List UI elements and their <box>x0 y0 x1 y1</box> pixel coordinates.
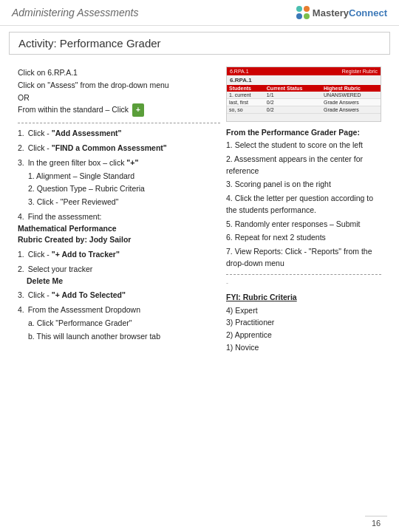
fyi-title: FYI: Rubric Criteria <box>226 293 381 301</box>
header: Administering Assessments MasteryConnect <box>0 0 399 26</box>
intro-line4: From within the standard – Click + <box>18 103 220 117</box>
table-cell: so, so <box>227 106 265 114</box>
logo-icon <box>296 6 310 19</box>
table-cell: 0/2 <box>265 99 321 106</box>
logo-dot-br <box>304 13 310 19</box>
list-item: 2. Select your tracker Delete Me <box>18 264 220 287</box>
list-item: b. This will launch another browser tab <box>28 331 220 343</box>
list-item: 3. Click - "Peer Reviewed" <box>28 197 220 208</box>
list-item: 3) Practitioner <box>226 316 381 329</box>
left-steps-list: 1. Click - "Add Assessment" 2. Click - "… <box>18 128 220 342</box>
logo-connect: Connect <box>349 7 387 18</box>
thumb-label: 6.RPA.1 <box>227 75 381 85</box>
table-row: so, so0/2Grade Answers <box>227 106 381 114</box>
table-cell: UNANSWERED <box>321 92 381 99</box>
screenshot-thumbnail: 6.RPA.1 Register Rubric 6.RPA.1 Students… <box>226 66 381 122</box>
right-steps-list: 1. Select the student to score on the le… <box>226 140 381 270</box>
list-item: a. Click "Performance Grader" <box>28 318 220 330</box>
activity-title: Activity: Performance Grader <box>18 37 161 50</box>
logo-dot-tl <box>296 6 302 12</box>
list-item: 1. Click - "+ Add to Tracker" <box>18 249 220 261</box>
list-item: 3. Scoring panel is on the right <box>226 179 381 191</box>
table-cell: Grade Answers <box>321 99 381 106</box>
list-item: 3. In the green filter box – click "+" 1… <box>18 157 220 208</box>
fyi-section: FYI: Rubric Criteria 4) Expert3) Practit… <box>226 293 381 354</box>
list-item: 1) Novice <box>226 341 381 354</box>
thumb-col2: Current Status <box>265 85 321 92</box>
sub-list: 1. Alignment – Single Standard 2. Questi… <box>18 171 220 208</box>
page-footer: 16 <box>365 516 387 528</box>
intro-line2: Click on "Assess" from the drop-down men… <box>18 79 220 92</box>
list-item: 4. Find the assessment: Mathematical Per… <box>18 211 220 246</box>
sub-list: a. Click "Performance Grader" b. This wi… <box>18 318 220 343</box>
list-item: 4. Click the letter per question accordi… <box>226 193 381 216</box>
list-item: 2) Apprentice <box>226 329 381 341</box>
thumb-btn-label: Register Rubric <box>342 69 378 74</box>
thumb-col1: Students <box>227 85 265 92</box>
list-item: 2. Click - "FIND a Common Assessment" <box>18 143 220 154</box>
fyi-list: 4) Expert3) Practitioner2) Apprentice1) … <box>226 304 381 354</box>
list-item: 5. Randomly enter responses – Submit <box>226 219 381 231</box>
list-item: 1. Alignment – Single Standard <box>28 171 220 183</box>
list-item: 3. Click - "+ Add To Selected" <box>18 290 220 301</box>
table-cell: 1. current <box>227 92 265 99</box>
list-item: 7. View Reports: Click - "Reports" from … <box>226 246 381 270</box>
header-title: Administering Assessments <box>12 7 138 18</box>
table-cell: last, first <box>227 99 265 106</box>
list-item: 1. Click - "Add Assessment" <box>18 128 220 140</box>
list-item: 1. Select the student to score on the le… <box>226 140 381 151</box>
list-item: 4. From the Assessment Dropdown a. Click… <box>18 304 220 342</box>
logo-mastery: Mastery <box>313 7 349 18</box>
divider-dots: - <box>226 279 381 287</box>
logo-dot-tr <box>304 6 310 12</box>
activity-bar: Activity: Performance Grader <box>9 32 390 55</box>
list-item: 4) Expert <box>226 304 381 317</box>
divider2 <box>226 274 381 275</box>
right-section-title: From the Performance Grader Page: <box>226 128 381 137</box>
table-cell: 0/2 <box>265 106 321 114</box>
thumb-standard: 6.RPA.1 <box>230 69 249 74</box>
left-column: Click on 6.RP.A.1 Click on "Assess" from… <box>18 66 220 354</box>
list-item: 2. Assessment appears in the center for … <box>226 154 381 177</box>
divider1 <box>18 123 220 123</box>
table-cell: 1/1 <box>265 92 321 99</box>
list-item: 6. Repeat for next 2 students <box>226 232 381 244</box>
table-row: 1. current1/1UNANSWERED <box>227 92 381 99</box>
green-plus-icon[interactable]: + <box>132 103 144 117</box>
thumb-table: Students Current Status Highest Rubric 1… <box>227 85 381 114</box>
intro-section: Click on 6.RP.A.1 Click on "Assess" from… <box>18 66 220 117</box>
table-cell: Grade Answers <box>321 106 381 114</box>
list-item: 2. Question Type – Rubric Criteria <box>28 183 220 195</box>
intro-line1: Click on 6.RP.A.1 <box>18 66 220 79</box>
right-column: 6.RPA.1 Register Rubric 6.RPA.1 Students… <box>226 66 381 354</box>
thumb-col3: Highest Rubric <box>321 85 381 92</box>
intro-line3: OR <box>18 92 220 104</box>
thumb-header: 6.RPA.1 Register Rubric <box>227 67 381 75</box>
logo: MasteryConnect <box>296 6 387 19</box>
table-row: last, first0/2Grade Answers <box>227 99 381 106</box>
main-content: Click on 6.RP.A.1 Click on "Assess" from… <box>9 61 390 360</box>
logo-text: MasteryConnect <box>313 7 387 18</box>
logo-dot-bl <box>296 13 302 19</box>
